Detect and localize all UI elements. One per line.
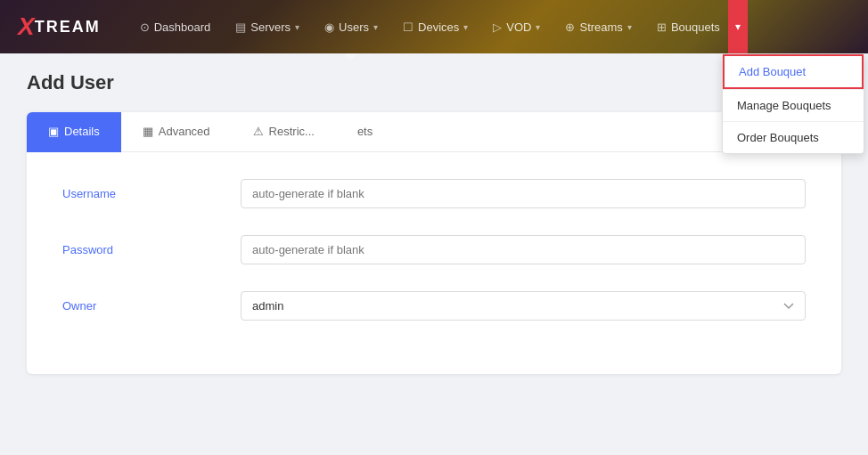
- nav-label-servers: Servers: [250, 20, 291, 34]
- logo-x-icon: X: [18, 12, 35, 41]
- page-title: Add User: [27, 71, 114, 94]
- main-nav: ⊙ Dashboard ▤ Servers ▾ ◉ Users ▾ ☐ Devi…: [127, 0, 850, 53]
- dropdown-item-manage-bouquets[interactable]: Manage Bouquets: [723, 90, 864, 121]
- users-chevron-icon: ▾: [373, 22, 378, 32]
- nav-label-streams: Streams: [579, 20, 622, 34]
- bouquets-chevron-button[interactable]: ▾: [728, 0, 748, 53]
- username-row: Username: [62, 179, 806, 208]
- header: X TREAM ⊙ Dashboard ▤ Servers ▾ ◉ Users …: [0, 0, 868, 53]
- tab-restrictions[interactable]: ⚠ Restric...: [232, 112, 336, 152]
- add-user-card: ▣ Details ▦ Advanced ⚠ Restric... ets Us…: [27, 112, 841, 374]
- form-body: Username Password Owner admin: [27, 152, 841, 374]
- servers-chevron-icon: ▾: [295, 22, 299, 32]
- nav-item-vod[interactable]: ▷ VOD ▾: [480, 0, 553, 53]
- dropdown-item-add-bouquet[interactable]: Add Bouquet: [723, 54, 864, 89]
- tab-restrictions-label: Restric...: [269, 125, 315, 138]
- password-row: Password: [62, 235, 806, 264]
- tab-advanced[interactable]: ▦ Advanced: [121, 112, 232, 152]
- restrictions-tab-icon: ⚠: [253, 125, 264, 138]
- nav-item-streams[interactable]: ⊕ Streams ▾: [553, 0, 643, 53]
- nav-item-bouquets[interactable]: ⊞ Bouquets ▾: [644, 0, 748, 53]
- nav-label-dashboard: Dashboard: [154, 20, 211, 34]
- vod-chevron-icon: ▾: [536, 22, 540, 32]
- nav-label-bouquets: Bouquets: [671, 20, 720, 34]
- advanced-tab-icon: ▦: [143, 125, 153, 138]
- tab-details[interactable]: ▣ Details: [27, 112, 121, 152]
- tab-advanced-label: Advanced: [159, 125, 210, 138]
- servers-icon: ▤: [235, 20, 246, 34]
- owner-row: Owner admin: [62, 291, 806, 321]
- logo: X TREAM: [18, 12, 101, 41]
- devices-icon: ☐: [403, 20, 414, 34]
- bouquets-dropdown-menu: Add Bouquet Manage Bouquets Order Bouque…: [722, 53, 864, 154]
- vod-icon: ▷: [493, 20, 502, 34]
- tab-bouquets-label: ets: [357, 125, 373, 138]
- password-input[interactable]: [241, 235, 806, 264]
- users-dropdown-indicator: [344, 53, 358, 61]
- streams-icon: ⊕: [565, 20, 575, 34]
- nav-label-users: Users: [339, 20, 369, 34]
- logo-text: TREAM: [35, 18, 101, 37]
- dropdown-item-order-bouquets[interactable]: Order Bouquets: [723, 122, 864, 153]
- owner-select[interactable]: admin: [241, 291, 806, 321]
- nav-label-vod: VOD: [506, 20, 531, 34]
- details-tab-icon: ▣: [48, 125, 59, 138]
- nav-label-devices: Devices: [418, 20, 459, 34]
- nav-item-dashboard[interactable]: ⊙ Dashboard: [127, 0, 224, 53]
- page-header: Add User Back to Us...: [27, 71, 841, 94]
- password-label: Password: [62, 243, 241, 256]
- bouquets-icon: ⊞: [657, 20, 667, 34]
- username-input[interactable]: [241, 179, 806, 208]
- nav-item-devices[interactable]: ☐ Devices ▾: [390, 0, 480, 53]
- dashboard-icon: ⊙: [140, 20, 150, 34]
- tab-bouquets[interactable]: ets: [336, 112, 394, 152]
- streams-chevron-icon: ▾: [627, 22, 632, 32]
- devices-chevron-icon: ▾: [463, 22, 468, 32]
- users-icon: ◉: [324, 20, 334, 34]
- tabs-bar: ▣ Details ▦ Advanced ⚠ Restric... ets: [27, 112, 841, 152]
- tab-details-label: Details: [64, 125, 100, 138]
- owner-label: Owner: [62, 299, 241, 313]
- nav-item-users[interactable]: ◉ Users ▾: [312, 0, 390, 53]
- nav-item-servers[interactable]: ▤ Servers ▾: [223, 0, 312, 53]
- username-label: Username: [62, 187, 241, 200]
